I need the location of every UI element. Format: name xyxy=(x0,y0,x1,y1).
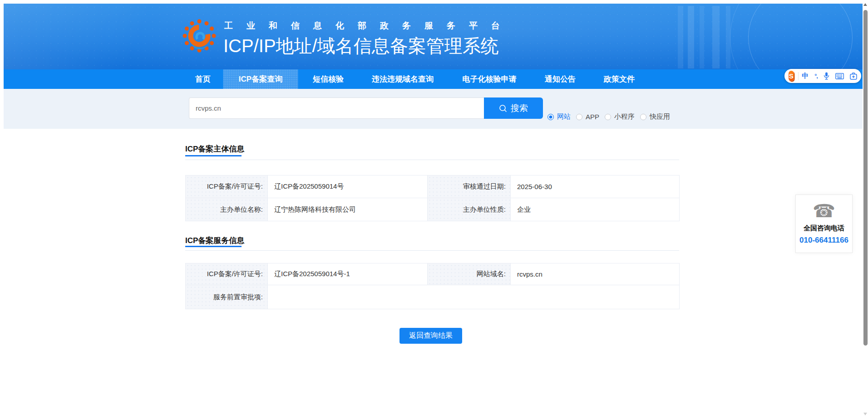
subject-section-divider xyxy=(185,160,679,160)
search-icon xyxy=(499,104,507,112)
radio-app[interactable]: APP xyxy=(576,113,599,121)
subject-org-name-label: 主办单位名称: xyxy=(186,198,268,221)
ime-toolbox-icon[interactable] xyxy=(850,73,857,80)
radio-quickapp[interactable]: 快应用 xyxy=(640,112,670,121)
table-row: 服务前置审批项: xyxy=(186,285,680,309)
service-preapproval-label: 服务前置审批项: xyxy=(186,285,268,309)
service-domain-label: 网站域名: xyxy=(428,263,511,285)
scrollbar-up-arrow-icon[interactable] xyxy=(863,3,867,6)
service-section-title: ICP备案服务信息 xyxy=(185,237,244,244)
nav-item-illegal-domain-query[interactable]: 违法违规域名查询 xyxy=(372,69,434,89)
table-row: 主办单位名称: 辽宁热陈网络科技有限公司 主办单位性质: 企业 xyxy=(186,198,680,221)
page: 工业和信息化部政务服务平台 ICP/IP地址/域名信息备案管理系统 首页 ICP… xyxy=(4,4,863,419)
search-type-radios: 网站 APP 小程序 快应用 xyxy=(547,112,670,121)
contact-card: ☎ 全国咨询电话 010-66411166 xyxy=(795,195,853,253)
nav-item-e-verification[interactable]: 电子化核验申请 xyxy=(463,69,517,89)
system-title: ICP/IP地址/域名信息备案管理系统 xyxy=(223,34,499,58)
service-title-underline xyxy=(185,246,242,247)
service-section-divider xyxy=(185,250,679,251)
radio-dot-website xyxy=(547,114,554,120)
search-button-label: 搜索 xyxy=(511,102,528,114)
radio-dot-app xyxy=(576,114,582,120)
telephone-icon: ☎ xyxy=(813,200,835,221)
radio-dot-miniprogram xyxy=(605,114,611,120)
header-ring-decoration xyxy=(730,4,863,69)
subject-org-nature-value: 企业 xyxy=(511,198,680,221)
browser-scrollbar[interactable] xyxy=(863,0,868,419)
nav-item-sms-verify[interactable]: 短信核验 xyxy=(313,69,344,89)
scrollbar-thumb[interactable] xyxy=(863,10,868,346)
subject-title-underline xyxy=(185,155,242,156)
subject-org-name-value: 辽宁热陈网络科技有限公司 xyxy=(268,198,428,221)
platform-title: 工业和信息化部政务服务平台 xyxy=(224,20,513,32)
service-license-value: 辽ICP备2025059014号-1 xyxy=(268,263,428,285)
service-preapproval-value xyxy=(268,285,680,309)
contact-phone-number[interactable]: 010-66411166 xyxy=(799,236,848,245)
nav-item-home[interactable]: 首页 xyxy=(195,69,211,89)
scrollbar-down-arrow-icon[interactable] xyxy=(863,413,867,415)
ime-microphone-icon[interactable] xyxy=(824,72,829,80)
nav-item-policy-files[interactable]: 政策文件 xyxy=(604,69,635,89)
nav-item-icp-query[interactable]: ICP备案查询 xyxy=(223,69,298,89)
subject-info-table: ICP备案/许可证号: 辽ICP备2025059014号 审核通过日期: 202… xyxy=(185,175,680,221)
search-input[interactable]: rcvps.cn xyxy=(189,97,484,119)
radio-miniprogram[interactable]: 小程序 xyxy=(605,112,635,121)
ime-punctuation-icon[interactable]: °, xyxy=(814,73,818,79)
subject-section-title: ICP备案主体信息 xyxy=(185,145,244,153)
search-button[interactable]: 搜索 xyxy=(484,97,543,119)
ime-toolbar: S 中 °, xyxy=(784,69,861,83)
ime-separator xyxy=(798,72,799,80)
ime-keyboard-icon[interactable] xyxy=(835,73,844,79)
ime-language-mode-icon[interactable]: 中 xyxy=(802,72,809,80)
main-nav: 首页 ICP备案查询 短信核验 违法违规域名查询 电子化核验申请 通知公告 政策… xyxy=(4,69,863,89)
table-row: ICP备案/许可证号: 辽ICP备2025059014号-1 网站域名: rcv… xyxy=(186,263,680,285)
subject-review-date-label: 审核通过日期: xyxy=(428,175,511,198)
subject-review-date-value: 2025-06-30 xyxy=(511,175,680,198)
radio-website[interactable]: 网站 xyxy=(547,112,571,121)
subject-org-nature-label: 主办单位性质: xyxy=(428,198,511,221)
service-info-table: ICP备案/许可证号: 辽ICP备2025059014号-1 网站域名: rcv… xyxy=(185,263,680,309)
back-to-results-button[interactable]: 返回查询结果 xyxy=(399,328,462,344)
contact-title: 全国咨询电话 xyxy=(804,224,844,233)
search-band: rcvps.cn 搜索 网站 APP 小程序 快应用 xyxy=(4,89,863,129)
subject-license-value: 辽ICP备2025059014号 xyxy=(268,175,428,198)
site-header: 工业和信息化部政务服务平台 ICP/IP地址/域名信息备案管理系统 xyxy=(4,4,863,69)
search-input-value: rcvps.cn xyxy=(189,104,221,112)
subject-license-label: ICP备案/许可证号: xyxy=(186,175,268,198)
table-row: ICP备案/许可证号: 辽ICP备2025059014号 审核通过日期: 202… xyxy=(186,175,680,198)
service-domain-value: rcvps.cn xyxy=(511,263,680,285)
nav-item-notices[interactable]: 通知公告 xyxy=(545,69,576,89)
sogou-ime-logo-icon[interactable]: S xyxy=(789,71,794,81)
miit-gear-logo-icon xyxy=(182,19,217,53)
radio-dot-quickapp xyxy=(640,114,646,120)
service-license-label: ICP备案/许可证号: xyxy=(186,263,268,285)
